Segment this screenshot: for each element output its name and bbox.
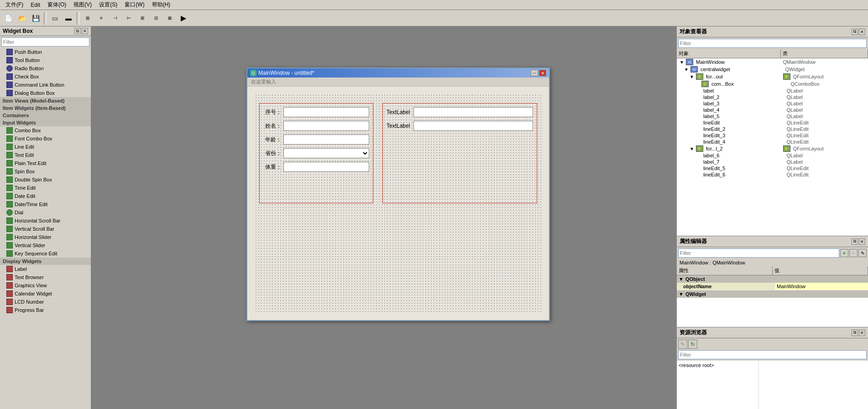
menu-settings[interactable]: 设置(S) bbox=[95, 0, 121, 10]
prop-name-objectname: objectName bbox=[677, 283, 775, 290]
widget-item-push-button[interactable]: Push Button bbox=[0, 48, 91, 56]
widget-item-calendar[interactable]: Calendar Widget bbox=[0, 290, 91, 298]
toolbar-new-btn[interactable]: 📄 bbox=[2, 12, 15, 25]
widget-box-float-btn[interactable]: ⧉ bbox=[74, 28, 81, 34]
widget-item-graphics-view[interactable]: Graphics View bbox=[0, 281, 91, 290]
tree-row-mainwindow[interactable]: ▼ M MainWindow QMainWindow bbox=[677, 58, 868, 66]
widget-item-lcd-number[interactable]: LCD Number bbox=[0, 298, 91, 306]
designer-canvas[interactable]: 序号： 姓名： 年龄： bbox=[247, 87, 549, 320]
prop-remove-btn[interactable]: − bbox=[849, 249, 858, 257]
menu-form[interactable]: 窗体(O) bbox=[44, 0, 70, 10]
property-editor-close-btn[interactable]: ✕ bbox=[859, 238, 865, 245]
toolbar-center-btn[interactable]: ⊢ bbox=[122, 12, 135, 25]
property-editor-float-btn[interactable]: ⧉ bbox=[852, 238, 858, 245]
widget-item-time-edit[interactable]: Time Edit bbox=[0, 184, 91, 192]
tree-row-lineedit4[interactable]: lineEdit_4 QLineEdit bbox=[677, 139, 868, 145]
object-inspector-float-btn[interactable]: ⧉ bbox=[852, 29, 858, 35]
prop-filter-input[interactable] bbox=[678, 249, 839, 258]
resource-refresh-btn[interactable]: ↻ bbox=[688, 340, 697, 349]
tree-row-label7[interactable]: label_7 QLabel bbox=[677, 159, 868, 165]
tree-row-centralwidget[interactable]: ▼ W centralwidget QWidget bbox=[677, 66, 868, 73]
text-input-2[interactable] bbox=[413, 121, 533, 131]
tree-expand-fort2[interactable]: ▼ bbox=[690, 146, 696, 151]
tree-row-label2[interactable]: label_2 QLabel bbox=[677, 94, 868, 100]
designer-minimize-btn[interactable]: ─ bbox=[531, 70, 538, 76]
tree-expand-forout[interactable]: ▼ bbox=[690, 74, 696, 79]
toolbar-save-btn[interactable]: 💾 bbox=[29, 12, 42, 25]
tree-expand-centralwidget[interactable]: ▼ bbox=[684, 67, 690, 72]
form-input-xuhao[interactable] bbox=[283, 107, 369, 117]
object-inspector-filter-input[interactable] bbox=[678, 39, 867, 48]
widget-item-radio-button[interactable]: Radio Button bbox=[0, 64, 91, 72]
menu-view[interactable]: 视图(V) bbox=[70, 0, 95, 10]
toolbar-h-btn[interactable]: ⊣ bbox=[109, 12, 121, 25]
form-select-shengfen[interactable] bbox=[283, 148, 369, 158]
form-input-nianling[interactable] bbox=[283, 135, 369, 145]
tree-row-forout[interactable]: ▼ F for...out F QFormLayout bbox=[677, 73, 868, 80]
widget-item-font-combo-box[interactable]: Font Combo Box bbox=[0, 135, 91, 143]
widget-item-text-browser[interactable]: Text Browser bbox=[0, 273, 91, 281]
widget-item-dial[interactable]: Dial bbox=[0, 208, 91, 217]
widget-item-spin-box[interactable]: Spin Box bbox=[0, 167, 91, 176]
tree-row-label[interactable]: label QLabel bbox=[677, 88, 868, 94]
widget-item-date-edit[interactable]: Date Edit bbox=[0, 192, 91, 200]
widget-item-text-edit[interactable]: Text Edit bbox=[0, 151, 91, 159]
tree-row-lineedit2[interactable]: lineEdit_2 QLineEdit bbox=[677, 126, 868, 132]
tree-row-fort2[interactable]: ▼ F for...t_2 F QFormLayout bbox=[677, 145, 868, 152]
widget-item-datetime-edit[interactable]: Date/Time Edit bbox=[0, 200, 91, 208]
tree-row-lineedit6[interactable]: lineEdit_6 QLineEdit bbox=[677, 171, 868, 178]
tree-row-label6[interactable]: label_6 QLabel bbox=[677, 152, 868, 159]
toolbar-form-btn[interactable]: ⊟ bbox=[150, 12, 162, 25]
toolbar-widget-btn[interactable]: ⊞ bbox=[81, 12, 94, 25]
widget-item-command-link[interactable]: Command Link Button bbox=[0, 81, 91, 89]
resource-filter-input[interactable] bbox=[678, 350, 867, 359]
widget-item-h-scroll[interactable]: Horizontal Scroll Bar bbox=[0, 217, 91, 225]
form-input-tizhong[interactable] bbox=[283, 162, 369, 172]
form-input-xingming[interactable] bbox=[283, 121, 369, 131]
toolbar-btn-1[interactable]: ▭ bbox=[48, 12, 61, 25]
menu-help[interactable]: 帮助(H) bbox=[148, 0, 174, 10]
tree-row-lineedit5[interactable]: lineEdit_5 QLineEdit bbox=[677, 165, 868, 171]
widget-item-label[interactable]: Label bbox=[0, 265, 91, 273]
widget-box-filter-input[interactable] bbox=[1, 37, 89, 47]
widget-item-key-sequence-label: Key Sequence Edit bbox=[15, 251, 58, 256]
widget-item-progress-bar[interactable]: Progress Bar bbox=[0, 306, 91, 314]
widget-item-line-edit[interactable]: Line Edit bbox=[0, 143, 91, 151]
widget-box-close-btn[interactable]: ✕ bbox=[82, 28, 88, 34]
toolbar-open-btn[interactable]: 📂 bbox=[16, 12, 28, 25]
menu-window[interactable]: 窗口(W) bbox=[121, 0, 148, 10]
toolbar-preview-btn[interactable]: ▶ bbox=[177, 12, 190, 25]
toolbar-grid-btn[interactable]: ⊞ bbox=[136, 12, 149, 25]
widget-item-double-spin-box[interactable]: Double Spin Box bbox=[0, 176, 91, 184]
widget-item-dialog-button[interactable]: Dialog Button Box bbox=[0, 89, 91, 97]
resource-browser-close-btn[interactable]: ✕ bbox=[859, 330, 865, 336]
prop-edit-btn[interactable]: ✎ bbox=[858, 249, 867, 257]
tree-row-label4[interactable]: label_4 QLabel bbox=[677, 107, 868, 113]
widget-item-h-slider[interactable]: Horizontal Slider bbox=[0, 233, 91, 241]
toolbar-break-btn[interactable]: ⊠ bbox=[163, 12, 176, 25]
toolbar-btn-2[interactable]: ▬ bbox=[62, 12, 75, 25]
toolbar-layout-btn[interactable]: ≡ bbox=[95, 12, 108, 25]
widget-item-v-scroll[interactable]: Vertical Scroll Bar bbox=[0, 225, 91, 233]
text-input-1[interactable] bbox=[413, 107, 533, 117]
tree-row-label3[interactable]: label_3 QLabel bbox=[677, 100, 868, 107]
widget-item-v-slider[interactable]: Vertical Slider bbox=[0, 241, 91, 249]
menu-file[interactable]: 文件(F) bbox=[2, 0, 27, 10]
widget-item-key-sequence[interactable]: Key Sequence Edit bbox=[0, 249, 91, 258]
prop-add-btn[interactable]: + bbox=[840, 249, 848, 257]
widget-item-combo-box[interactable]: Combo Box bbox=[0, 126, 91, 135]
menu-edit[interactable]: Edit bbox=[27, 1, 44, 9]
tree-row-combobox[interactable]: C com...Box QComboBox bbox=[677, 80, 868, 88]
widget-item-tool-button[interactable]: Tool Button bbox=[0, 56, 91, 64]
widget-item-check-box[interactable]: Check Box bbox=[0, 72, 91, 81]
tree-expand-mainwindow[interactable]: ▼ bbox=[680, 60, 686, 65]
prop-row-objectname[interactable]: objectName MainWindow bbox=[677, 283, 868, 290]
object-inspector-close-btn[interactable]: ✕ bbox=[859, 29, 865, 35]
tree-row-lineedit3[interactable]: lineEdit_3 QLineEdit bbox=[677, 132, 868, 139]
tree-row-label5[interactable]: label_5 QLabel bbox=[677, 113, 868, 119]
resource-edit-btn[interactable]: ✎ bbox=[678, 340, 687, 349]
designer-close-btn[interactable]: ✕ bbox=[539, 70, 546, 76]
widget-item-plain-text-edit[interactable]: Plain Text Edit bbox=[0, 159, 91, 167]
tree-row-lineedit[interactable]: lineEdit QLineEdit bbox=[677, 119, 868, 126]
resource-browser-float-btn[interactable]: ⧉ bbox=[852, 330, 858, 336]
